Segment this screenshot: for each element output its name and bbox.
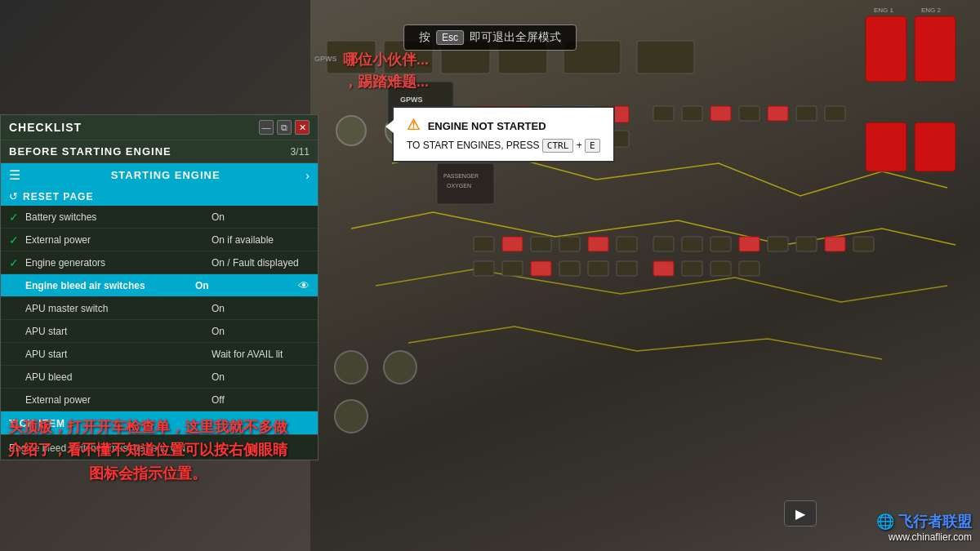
brand-website: www.chinaflier.com [876,531,972,543]
engine-notification-title: ⚠ ENGINE NOT STARTED [407,116,600,134]
svg-rect-5 [637,41,694,73]
checklist-items-container: ✓ Battery switches On ✓ External power O… [1,206,318,411]
svg-rect-39 [617,237,637,251]
svg-rect-34 [474,237,494,251]
fullscreen-notification: 按 Esc 即可退出全屏模式 [403,24,577,51]
svg-rect-60 [437,163,494,204]
close-button[interactable]: ✕ [295,120,310,135]
reset-label: RESET PAGE [23,191,93,202]
svg-point-13 [384,351,416,384]
svg-rect-36 [531,237,551,251]
reset-row[interactable]: ↺ RESET PAGE [1,187,318,206]
item-value: Off [212,394,310,406]
checklist-item[interactable]: ✓ APU start On [1,320,318,343]
svg-rect-50 [531,261,551,276]
svg-rect-45 [796,237,817,251]
svg-rect-53 [617,261,637,276]
svg-point-14 [335,400,368,433]
warning-icon: ⚠ [407,117,420,133]
item-value: Wait for AVAIL lit [212,349,310,360]
checklist-item[interactable]: ✓ APU start Wait for AVAIL lit [1,343,318,366]
svg-rect-41 [682,237,702,251]
check-mark-icon: ✓ [9,348,22,361]
checklist-titlebar: CHECKLIST — ⧉ ✕ [1,115,318,140]
svg-text:OXYGEN: OXYGEN [447,183,471,189]
list-icon: ☰ [9,167,20,183]
item-name: Engine generators [22,257,212,269]
check-mark-icon: ✓ [9,302,22,315]
svg-rect-42 [710,237,731,251]
svg-rect-9 [915,122,956,171]
item-name: APU bleed [22,371,212,383]
svg-rect-43 [739,237,760,251]
eye-icon[interactable]: 👁 [298,279,310,292]
page-title: BEFORE STARTING ENGINE [9,145,172,158]
svg-text:GPWS: GPWS [400,96,423,104]
chinese-overlay-top: 哪位小伙伴...，踢踏难题... [343,49,429,93]
checklist-item[interactable]: ✓ External power On if available [1,229,318,251]
svg-rect-48 [474,261,494,276]
item-name: Engine bleed air switches [22,280,195,291]
ctrl-key: CTRL [542,139,574,153]
item-name: APU master switch [22,303,212,314]
check-mark-icon: ✓ [9,325,22,338]
svg-rect-8 [866,122,906,171]
svg-rect-38 [588,237,608,251]
panel-text-gpws: GPWS [310,53,341,64]
checklist-item[interactable]: ✓ External power Off [1,389,318,411]
check-mark-icon: ✓ [9,279,22,292]
svg-rect-28 [682,106,702,121]
svg-rect-29 [710,106,731,121]
svg-rect-44 [768,237,788,251]
checklist-item[interactable]: ✓ Battery switches On [1,206,318,229]
svg-rect-6 [866,16,906,82]
svg-rect-52 [588,261,608,276]
section-bar[interactable]: ☰ STARTING ENGINE › [1,163,318,187]
item-name: APU start [22,349,212,360]
svg-rect-47 [853,237,874,251]
bottom-chinese-text: 头顶板，打开开车检查单，这里我就不多做 介绍了，看不懂不知道位置可以按右侧眼睛 … [8,415,287,486]
svg-rect-49 [502,261,523,276]
engine-instruction: TO START ENGINES, PRESS CTRL + E [407,139,600,153]
brand-logo: 🌐 飞行者联盟 [876,512,972,531]
item-value: On [212,303,310,314]
item-value: On if available [212,234,310,246]
svg-text:PASSENGER: PASSENGER [443,173,479,179]
check-mark-icon: ✓ [9,256,22,269]
notification-prefix: 按 [419,30,430,43]
item-value: On [212,326,310,337]
check-mark-icon: ✓ [9,371,22,384]
svg-rect-27 [653,106,674,121]
restore-button[interactable]: ⧉ [277,120,292,135]
svg-rect-35 [502,237,523,251]
item-name: Battery switches [22,211,212,223]
svg-rect-46 [825,237,845,251]
checklist-item[interactable]: ✓ Engine generators On / Fault displayed [1,251,318,274]
svg-rect-54 [653,261,674,276]
svg-rect-57 [739,261,760,276]
svg-rect-37 [559,237,580,251]
window-controls: — ⧉ ✕ [259,120,310,135]
video-icon: ▶ [795,506,805,522]
checklist-item[interactable]: ✓ APU bleed On [1,366,318,389]
checklist-item-active[interactable]: ✓ Engine bleed air switches On 👁 [1,274,318,297]
checklist-item[interactable]: ✓ APU master switch On [1,297,318,320]
check-mark-icon: ✓ [9,233,22,247]
svg-rect-55 [682,261,702,276]
item-value: On [212,211,310,223]
svg-rect-32 [796,106,817,121]
checklist-subtitle: BEFORE STARTING ENGINE 3/11 [1,140,318,163]
checklist-title: CHECKLIST [9,121,82,134]
e-key: E [585,139,600,153]
svg-rect-33 [825,106,845,121]
svg-rect-7 [915,16,956,82]
svg-text:ENG 2: ENG 2 [921,7,942,14]
section-arrow-icon: › [305,169,310,182]
check-mark-icon: ✓ [9,211,22,224]
esc-key: Esc [436,30,464,45]
svg-point-12 [335,351,368,384]
video-icon-box[interactable]: ▶ [784,500,817,527]
minimize-button[interactable]: — [259,120,274,135]
svg-rect-40 [653,237,674,251]
reset-icon: ↺ [9,190,18,202]
